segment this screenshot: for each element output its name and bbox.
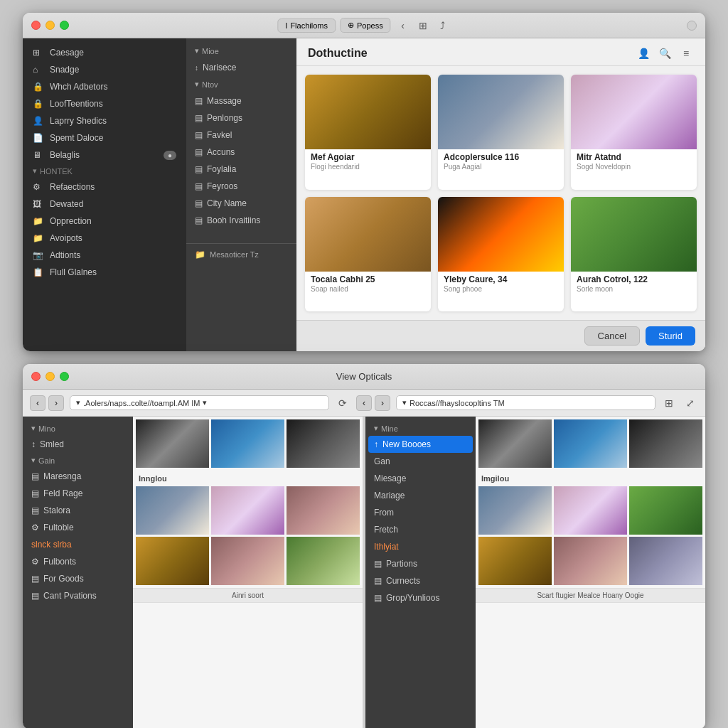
pane-left-item-fultoble[interactable]: ⚙ Fultoble bbox=[23, 519, 133, 536]
pane-right-item-curnects[interactable]: ▤ Curnects bbox=[365, 572, 476, 589]
sidebar-item-belaglis[interactable]: 🖥 Belaglis ● bbox=[23, 146, 186, 164]
nav-forward-btn-r[interactable]: › bbox=[375, 395, 390, 411]
pane-left-item-stalora[interactable]: ▤ Stalora bbox=[23, 502, 133, 519]
cancel-button[interactable]: Cancel bbox=[584, 326, 640, 346]
path-bar-left[interactable]: ▾ .Aolers/naps..colte//toampl.AM IM ▾ bbox=[70, 395, 329, 410]
sidebar-item-whch[interactable]: 🔒 Whch Adbetors bbox=[23, 78, 186, 95]
sidebar-item-avoipots[interactable]: 📁 Avoipots bbox=[23, 230, 186, 247]
photo-grid: Mef Agoiar Flogi heendarid Adcoplersulce… bbox=[296, 66, 705, 320]
pane-right-item-grop[interactable]: ▤ Grop/Yunlioos bbox=[365, 589, 476, 606]
close-button-2[interactable] bbox=[31, 372, 41, 381]
middle-item-favkel[interactable]: ▤ Favkel bbox=[186, 127, 296, 144]
sync-icon[interactable]: ⟳ bbox=[335, 395, 350, 411]
nav-share[interactable]: ⤴ bbox=[435, 18, 451, 33]
middle-item-narisece[interactable]: ↕ Narisece bbox=[186, 59, 296, 76]
sidebar-1: ⊞ Caesage ⌂ Snadge 🔒 Whch Adbetors 🔒 Loo… bbox=[23, 38, 186, 351]
photo-sm-l6[interactable] bbox=[287, 486, 360, 535]
pane-left-item-feld[interactable]: ▤ Feld Rage bbox=[23, 485, 133, 502]
nav-back-btn[interactable]: ‹ bbox=[30, 395, 46, 411]
photo-sm-r4[interactable] bbox=[478, 486, 552, 535]
pane-left-item-smled[interactable]: ↕ Smled bbox=[23, 436, 133, 453]
pane-right-item-from[interactable]: From bbox=[365, 504, 476, 521]
photo-item-4[interactable]: Tocala Cabhi 25 Soap nailed bbox=[305, 197, 431, 312]
photo-sm-r8[interactable] bbox=[554, 537, 627, 585]
pane-left-item-selected[interactable]: slnck slrba bbox=[23, 536, 133, 553]
photo-sm-r6[interactable] bbox=[629, 486, 702, 535]
grid-icon-m3: ▤ bbox=[195, 130, 203, 140]
pane-right-item-mariage[interactable]: Mariage bbox=[365, 487, 476, 504]
confirm-button[interactable]: Sturid bbox=[646, 326, 695, 346]
nav-forward-btn[interactable]: › bbox=[48, 395, 64, 411]
grid-view-icon[interactable]: ⊞ bbox=[661, 395, 677, 411]
photo-sm-r3[interactable] bbox=[629, 419, 702, 468]
tab-flachiloms[interactable]: I Flachiloms bbox=[277, 18, 336, 33]
pane-right-item-partions[interactable]: ▤ Partions bbox=[365, 555, 476, 572]
middle-item-foylalia[interactable]: ▤ Foylalia bbox=[186, 161, 296, 178]
pane-right-item-ithlyiat[interactable]: Ithlyiat bbox=[365, 538, 476, 555]
search-icon[interactable]: 🔍 bbox=[657, 46, 673, 61]
nav-grid[interactable]: ⊞ bbox=[415, 18, 431, 33]
nav-back-btn-r[interactable]: ‹ bbox=[356, 395, 372, 411]
photo-sm-r1[interactable] bbox=[478, 419, 552, 468]
photo-sm-l1[interactable] bbox=[136, 419, 209, 468]
monitor-icon: 🖥 bbox=[33, 150, 44, 160]
minimize-button[interactable] bbox=[46, 21, 55, 30]
photo-sm-l3[interactable] bbox=[287, 419, 360, 468]
photo-sm-l5[interactable] bbox=[211, 486, 284, 535]
photo-info-6: Aurah Cotrol, 122 Sorle moon bbox=[571, 272, 697, 297]
photo-sm-l4[interactable] bbox=[136, 486, 209, 535]
minimize-button-2[interactable] bbox=[46, 372, 55, 381]
sidebar-item-dewated[interactable]: 🖼 Dewated bbox=[23, 196, 186, 213]
pane-right-item-newboooes[interactable]: ↑ New Boooes bbox=[368, 436, 473, 453]
menu-icon[interactable]: ≡ bbox=[678, 46, 694, 61]
sidebar-item-adtionts[interactable]: 📷 Adtionts bbox=[23, 247, 186, 264]
photo-item-2[interactable]: Adcoplersulce 116 Puga Aagial bbox=[438, 75, 564, 190]
pane-right-item-fretch[interactable]: Fretch bbox=[365, 521, 476, 538]
pane-left-item-maresnga[interactable]: ▤ Maresnga bbox=[23, 468, 133, 485]
middle-item-massage[interactable]: ▤ Massage bbox=[186, 92, 296, 109]
photo-item-5[interactable]: Yleby Caure, 34 Song phooe bbox=[438, 197, 564, 312]
person-add-icon[interactable]: 👤 bbox=[636, 46, 651, 61]
photo-item-6[interactable]: Aurah Cotrol, 122 Sorle moon bbox=[571, 197, 697, 312]
maximize-button-2[interactable] bbox=[60, 372, 69, 381]
photo-item-3[interactable]: Mitr Atatnd Sogd Noveldopin bbox=[571, 75, 697, 190]
middle-item-feyroos[interactable]: ▤ Feyroos bbox=[186, 178, 296, 195]
sidebar-item-opprection[interactable]: 📁 Opprection bbox=[23, 213, 186, 230]
pane-left-item-fulbonts[interactable]: ⚙ Fulbonts bbox=[23, 553, 133, 570]
nav-back[interactable]: ‹ bbox=[395, 18, 411, 33]
path-bar-right[interactable]: ▾ Roccas//fhayslocopltins TM bbox=[396, 395, 655, 410]
sidebar-item-refaections[interactable]: ⚙ Refaections bbox=[23, 178, 186, 196]
pane-left-item-forgoods[interactable]: ▤ For Goods bbox=[23, 570, 133, 587]
middle-item-accuns[interactable]: ▤ Accuns bbox=[186, 144, 296, 161]
middle-item-booh[interactable]: ▤ Booh Irvaitiins bbox=[186, 212, 296, 229]
sidebar-item-laprry[interactable]: 👤 Laprry Shedics bbox=[23, 112, 186, 129]
photo-sm-r7[interactable] bbox=[478, 537, 552, 585]
expand-icon[interactable]: ⤢ bbox=[682, 395, 698, 411]
photo-sm-r9[interactable] bbox=[629, 537, 702, 585]
pane-left-content: Innglou Ainri soort bbox=[133, 417, 363, 728]
path-dropdown-icon-r: ▾ bbox=[402, 398, 407, 407]
photo-sm-l2[interactable] bbox=[211, 419, 284, 468]
photo-sm-r2[interactable] bbox=[554, 419, 627, 468]
maximize-button[interactable] bbox=[60, 21, 69, 30]
photo-sm-l8[interactable] bbox=[211, 537, 284, 585]
pane-right-item-miesage[interactable]: Miesage bbox=[365, 470, 476, 487]
gear-icon: ⚙ bbox=[33, 182, 44, 192]
close-button[interactable] bbox=[31, 21, 41, 30]
photo-sm-r5[interactable] bbox=[554, 486, 627, 535]
sidebar-item-snadge[interactable]: ⌂ Snadge bbox=[23, 61, 186, 78]
sidebar-item-flull[interactable]: 📋 Flull Glalnes bbox=[23, 264, 186, 281]
tab-popess[interactable]: ⊕ Popess bbox=[340, 18, 391, 33]
sidebar-item-loof[interactable]: 🔒 LoofTeentions bbox=[23, 95, 186, 112]
grid-icon-l5: ▤ bbox=[31, 591, 39, 601]
grid-icon-m7: ▤ bbox=[195, 198, 203, 208]
photo-sm-l7[interactable] bbox=[136, 537, 209, 585]
sidebar-item-caesage[interactable]: ⊞ Caesage bbox=[23, 44, 186, 61]
photo-item-1[interactable]: Mef Agoiar Flogi heendarid bbox=[305, 75, 431, 190]
pane-right-item-gan[interactable]: Gan bbox=[365, 453, 476, 470]
middle-item-penlongs[interactable]: ▤ Penlongs bbox=[186, 109, 296, 127]
middle-item-city[interactable]: ▤ City Name bbox=[186, 195, 296, 212]
pane-left-item-cant[interactable]: ▤ Cant Pvations bbox=[23, 587, 133, 604]
photo-sm-l9[interactable] bbox=[287, 537, 360, 585]
sidebar-item-spemt[interactable]: 📄 Spemt Daloce bbox=[23, 129, 186, 146]
